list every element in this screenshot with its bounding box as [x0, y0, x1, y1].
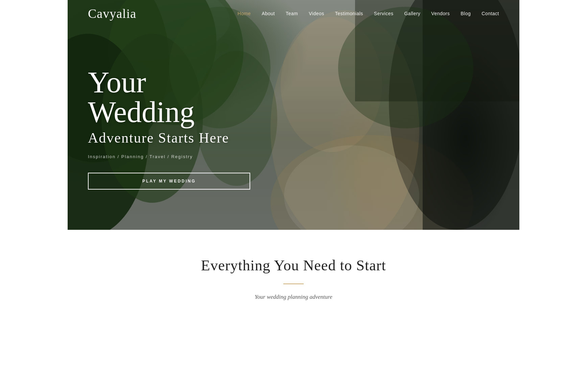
nav-item-vendors[interactable]: Vendors	[431, 10, 450, 17]
hero-content: Your Wedding Adventure Starts Here Inspi…	[68, 0, 271, 230]
navbar: Cavyalia Home About Team Videos Testimon…	[68, 0, 519, 27]
nav-item-gallery[interactable]: Gallery	[404, 10, 420, 17]
nav-link-videos[interactable]: Videos	[309, 11, 324, 16]
nav-item-contact[interactable]: Contact	[482, 10, 499, 17]
nav-item-testimonials[interactable]: Testimonials	[335, 10, 363, 17]
hero-subtitle: Inspiration / Planning / Travel / Regist…	[88, 154, 250, 159]
nav-link-gallery[interactable]: Gallery	[404, 11, 420, 16]
section-divider	[283, 284, 304, 284]
nav-item-services[interactable]: Services	[374, 10, 394, 17]
nav-link-team[interactable]: Team	[286, 11, 298, 16]
play-wedding-button[interactable]: PLAY MY WEDDING	[88, 173, 250, 190]
nav-item-blog[interactable]: Blog	[461, 10, 471, 17]
nav-link-about[interactable]: About	[262, 11, 275, 16]
nav-link-vendors[interactable]: Vendors	[431, 11, 450, 16]
nav-item-about[interactable]: About	[262, 10, 275, 17]
nav-item-home[interactable]: Home	[238, 10, 251, 17]
hero-title-serif: Adventure Starts Here	[88, 130, 250, 146]
nav-item-team[interactable]: Team	[286, 10, 298, 17]
below-fold-section: Everything You Need to Start Your weddin…	[68, 230, 519, 314]
nav-link-testimonials[interactable]: Testimonials	[335, 11, 363, 16]
nav-links: Home About Team Videos Testimonials Serv…	[238, 10, 499, 17]
hero-title-script: Your Wedding	[88, 68, 250, 127]
logo[interactable]: Cavyalia	[88, 6, 136, 21]
nav-link-services[interactable]: Services	[374, 11, 394, 16]
hero-section: Your Wedding Adventure Starts Here Inspi…	[68, 0, 519, 230]
below-fold-description: Your wedding planning adventure	[192, 294, 395, 300]
nav-link-contact[interactable]: Contact	[482, 11, 499, 16]
nav-item-videos[interactable]: Videos	[309, 10, 324, 17]
below-fold-heading: Everything You Need to Start	[88, 257, 499, 274]
nav-link-home[interactable]: Home	[238, 11, 251, 16]
nav-link-blog[interactable]: Blog	[461, 11, 471, 16]
